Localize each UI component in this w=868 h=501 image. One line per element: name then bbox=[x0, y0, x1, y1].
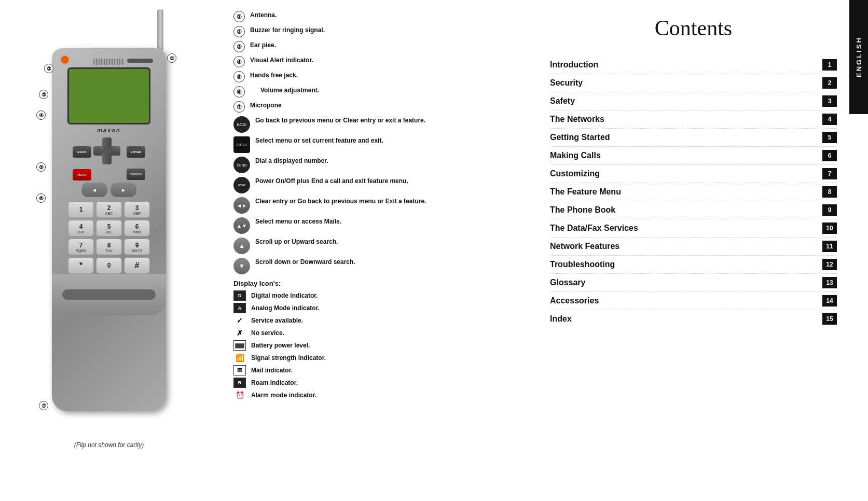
callout-4: ④ bbox=[36, 110, 46, 120]
comp-text-mic: Micropone bbox=[250, 101, 282, 110]
toc-label-5: Making Calls bbox=[550, 151, 601, 160]
comp-text-antenna: Antenna. bbox=[250, 10, 277, 20]
phone-caption: (Flip not shown for carity) bbox=[74, 441, 144, 449]
antenna bbox=[157, 9, 163, 51]
toc-label-8: The Phone Book bbox=[550, 205, 615, 215]
comp-item-scroll-down: ▼ Scroll down or Downward search. bbox=[233, 257, 508, 274]
toc-item-11[interactable]: Troubleshooting 12 bbox=[550, 256, 837, 274]
key-star[interactable]: * bbox=[68, 257, 94, 274]
toc-num-6: 7 bbox=[822, 168, 837, 179]
di-icon-no-service: ✗ bbox=[233, 328, 246, 338]
toc-num-12: 13 bbox=[822, 277, 837, 288]
phone-bottom bbox=[52, 274, 166, 315]
keypad: 1 2ABC 3DEF 4GHI 5JKL 6MNO 7PQRS 8TUV 9W… bbox=[68, 201, 150, 274]
toc-num-8: 9 bbox=[822, 204, 837, 216]
contents-title: Contents bbox=[550, 16, 837, 40]
screen bbox=[67, 67, 150, 124]
toc-item-10[interactable]: Network Features 11 bbox=[550, 238, 837, 256]
toc-num-11: 12 bbox=[822, 259, 837, 270]
comp-text-back: Go back to previous menu or Clear entry … bbox=[255, 116, 425, 125]
toc-label-11: Troubleshooting bbox=[550, 260, 615, 269]
comp-item-pwr: PWR Power On/Off plus End a call and exi… bbox=[233, 176, 508, 193]
di-text-signal: Signal strength indicator. bbox=[251, 354, 326, 361]
toc-item-8[interactable]: The Phone Book 9 bbox=[550, 201, 837, 219]
di-icon-signal: 📶 bbox=[233, 353, 246, 363]
component-list: ① Antenna. ② Buzzer for ringing signal. … bbox=[233, 10, 508, 274]
toc-item-6[interactable]: Customizing 7 bbox=[550, 165, 837, 183]
toc-label-3: The Networks bbox=[550, 115, 604, 124]
comp-num-6: ⑥ bbox=[233, 86, 245, 98]
left-scroll-button[interactable]: ◄ bbox=[81, 183, 107, 197]
key-7[interactable]: 7PQRS bbox=[68, 239, 94, 255]
toc-num-4: 5 bbox=[822, 132, 837, 143]
di-battery: ▓▓▓ Battery power level. bbox=[233, 340, 508, 351]
comp-item-antenna: ① Antenna. bbox=[233, 10, 508, 22]
di-text-analog: Analog Mode indicator. bbox=[251, 304, 320, 312]
toc-item-2[interactable]: Safety 3 bbox=[550, 92, 837, 110]
key-0[interactable]: 0 bbox=[96, 257, 122, 274]
di-text-no-service: No service. bbox=[251, 329, 284, 337]
enter-btn-icon: ENTER bbox=[233, 136, 250, 153]
power-button[interactable]: PWR/END bbox=[127, 169, 145, 180]
toc-label-12: Glossary bbox=[550, 278, 585, 287]
key-6[interactable]: 6MNO bbox=[124, 220, 150, 236]
key-2[interactable]: 2ABC bbox=[96, 201, 122, 218]
toc-item-1[interactable]: Security 2 bbox=[550, 74, 837, 92]
back-button[interactable]: BACK bbox=[73, 146, 91, 158]
toc-item-9[interactable]: The Data/Fax Services 10 bbox=[550, 219, 837, 238]
toc-label-10: Network Features bbox=[550, 242, 619, 251]
key-3[interactable]: 3DEF bbox=[124, 201, 150, 218]
display-icons-title: Display Icon's: bbox=[233, 280, 508, 287]
toc-label-0: Introduction bbox=[550, 60, 598, 69]
key-5[interactable]: 5JKL bbox=[96, 220, 122, 236]
toc-label-2: Safety bbox=[550, 96, 575, 106]
enter-button[interactable]: ENTER bbox=[127, 146, 145, 158]
comp-item-select: ▲▼ Select menu or access Mails. bbox=[233, 217, 508, 234]
toc-item-7[interactable]: The Feature Menu 8 bbox=[550, 183, 837, 201]
di-analog: A Analog Mode indicator. bbox=[233, 303, 508, 313]
di-signal: 📶 Signal strength indicator. bbox=[233, 353, 508, 363]
menu-button[interactable]: MENU bbox=[73, 169, 91, 180]
key-8[interactable]: 8TUV bbox=[96, 239, 122, 255]
contents-area: Contents Introduction 1 Security 2 Safet… bbox=[519, 0, 868, 501]
key-9[interactable]: 9WXYZ bbox=[124, 239, 150, 255]
toc-item-13[interactable]: Accessories 14 bbox=[550, 292, 837, 310]
visual-alert-indicator bbox=[61, 56, 68, 63]
phone-body: maxon BACK ENTER MENU PWR/END bbox=[52, 48, 166, 411]
comp-text-earpiece: Ear piee. bbox=[250, 40, 276, 50]
toc-item-0[interactable]: Introduction 1 bbox=[550, 56, 837, 74]
toc-item-12[interactable]: Glossary 13 bbox=[550, 274, 837, 292]
comp-num-4: ④ bbox=[233, 56, 245, 67]
comp-text-scroll-down: Scroll down or Downward search. bbox=[255, 257, 355, 267]
comp-item-volume: ⑥ Volume adjustment. bbox=[233, 86, 508, 98]
right-scroll-button[interactable]: ► bbox=[111, 183, 136, 197]
toc-item-4[interactable]: Getting Started 5 bbox=[550, 129, 837, 147]
buzzer-grill bbox=[93, 59, 125, 65]
comp-text-jack: Hands free jack. bbox=[250, 71, 298, 80]
toc-label-9: The Data/Fax Services bbox=[550, 224, 638, 233]
toc-item-14[interactable]: Index 15 bbox=[550, 310, 837, 328]
toc-label-4: Getting Started bbox=[550, 133, 610, 142]
di-text-service: Service available. bbox=[251, 317, 303, 324]
toc-item-5[interactable]: Making Calls 6 bbox=[550, 147, 837, 165]
di-service: ✓ Service available. bbox=[233, 315, 508, 326]
toc-num-9: 10 bbox=[822, 222, 837, 234]
callout-3: ③ bbox=[39, 90, 48, 99]
nav-cross[interactable] bbox=[93, 137, 125, 166]
right-section: ENGLISH Contents Introduction 1 Security… bbox=[519, 0, 868, 501]
toc-item-3[interactable]: The Networks 4 bbox=[550, 110, 837, 129]
toc-list: Introduction 1 Security 2 Safety 3 The N… bbox=[550, 56, 837, 328]
send-btn-icon: SEND bbox=[233, 157, 250, 173]
key-hash[interactable]: # bbox=[124, 257, 150, 274]
comp-text-clear: Clear entry or Go back to previous menu … bbox=[255, 197, 426, 206]
comp-num-5: ⑤ bbox=[233, 71, 245, 82]
toc-num-0: 1 bbox=[822, 59, 837, 71]
key-4[interactable]: 4GHI bbox=[68, 220, 94, 236]
comp-item-scroll-up: ▲ Scroll up or Upward search. bbox=[233, 237, 508, 254]
di-text-digital: Digital mode indicator. bbox=[251, 292, 318, 299]
callout-7: ⑦ bbox=[39, 401, 48, 410]
comp-num-7: ⑦ bbox=[233, 101, 245, 113]
flip-hinge bbox=[62, 289, 156, 300]
key-1[interactable]: 1 bbox=[68, 201, 94, 218]
di-mail: ✉ Mail indicator. bbox=[233, 365, 508, 375]
